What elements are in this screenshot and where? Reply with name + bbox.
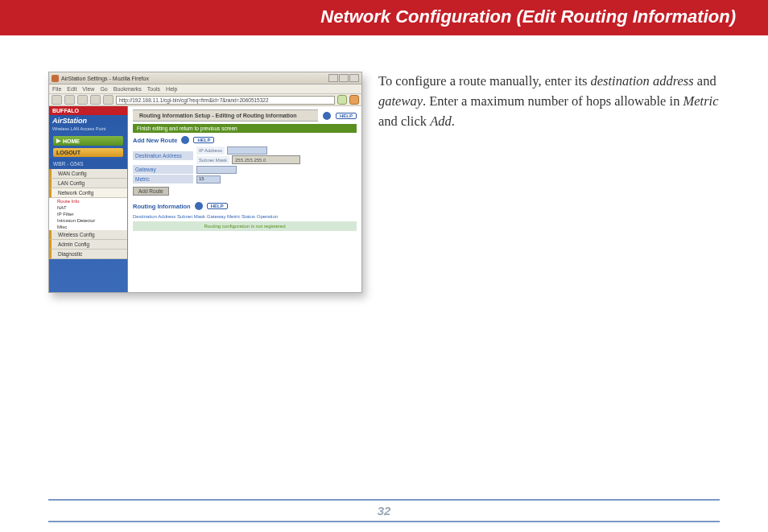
model-label: WBR - G54S (49, 159, 127, 169)
menu-help[interactable]: Help (166, 86, 177, 92)
browser-body: BUFFALO AirStation Wireless LAN Access P… (49, 106, 361, 292)
nav-ipfilter[interactable]: IP Filter (49, 211, 127, 217)
help-icon (195, 202, 203, 210)
nav-network[interactable]: Network Config (49, 188, 127, 198)
minimize-button[interactable] (328, 74, 338, 82)
text: and (694, 73, 716, 89)
em-dest: destination address (591, 73, 694, 89)
breadcrumb-row: Routing Information Setup - Editing of R… (133, 109, 357, 122)
text: and click (378, 113, 430, 129)
logout-link[interactable]: LOGOUT (53, 148, 123, 157)
logout-label: LOGOUT (56, 150, 81, 155)
window-titlebar: AirStation Settings - Mozilla Firefox (49, 72, 361, 85)
maximize-button[interactable] (339, 74, 349, 82)
go-button[interactable] (337, 95, 347, 105)
nav-wireless[interactable]: Wireless Config (49, 230, 127, 240)
menu-file[interactable]: File (52, 86, 61, 92)
nav-group: WAN Config LAN Config Network Config Rou… (49, 169, 127, 259)
menu-go[interactable]: Go (100, 86, 107, 92)
nav-misc[interactable]: Misc (49, 224, 127, 230)
nav-diag[interactable]: Diagnostic (49, 250, 127, 259)
em-add: Add (430, 113, 452, 129)
text: . (452, 113, 455, 129)
section-label: Routing Information (133, 203, 191, 210)
menu-view[interactable]: View (82, 86, 94, 92)
menu-tools[interactable]: Tools (147, 86, 160, 92)
instruction-text: To configure a route manually, enter its… (378, 72, 720, 293)
menu-edit[interactable]: Edit (67, 86, 76, 92)
brand-label: BUFFALO (49, 106, 127, 115)
window-controls (328, 74, 359, 82)
home-label: HOME (63, 138, 80, 144)
help-icon (181, 136, 189, 144)
help-button[interactable]: HELP (336, 113, 357, 119)
page-footer: 32 (48, 499, 720, 522)
em-gateway: gateway (378, 93, 423, 109)
url-input[interactable]: http://192.168.11.1/cgi-bin/cgi?req=frm&… (116, 96, 335, 105)
stop-button[interactable] (90, 95, 101, 105)
address-bar: http://192.168.11.1/cgi-bin/cgi?req=frm&… (49, 94, 361, 106)
label-ip: IP Address (196, 146, 225, 155)
section-label: Add New Route (133, 137, 177, 144)
label-dest: Destination Address (133, 151, 193, 160)
page-title: Network Configuration (Edit Routing Info… (320, 6, 736, 27)
close-button[interactable] (349, 74, 359, 82)
routing-table-empty: Routing configuration is not registered (133, 221, 357, 231)
section-add-new-route: Add New Route HELP (133, 136, 357, 144)
sidebar: BUFFALO AirStation Wireless LAN Access P… (49, 106, 128, 292)
section-routing-info: Routing Information HELP (133, 202, 357, 210)
forward-button[interactable] (64, 95, 75, 105)
subnet-select[interactable]: 255.255.255.0 (232, 155, 300, 164)
content-area: AirStation Settings - Mozilla Firefox Fi… (0, 35, 768, 293)
nav-wan[interactable]: WAN Config (49, 169, 127, 179)
help-icon (323, 112, 331, 120)
product-name: AirStation (49, 115, 127, 126)
label-gateway: Gateway (133, 165, 193, 174)
app-icon (52, 75, 59, 82)
text: To configure a route manually, enter its (378, 73, 591, 89)
routing-table-header: Destination Address Subnet Mask Gateway … (133, 212, 357, 221)
panel-title: Routing Information Setup - Editing of R… (133, 109, 318, 122)
label-metric: Metric (133, 175, 193, 184)
nav-route[interactable]: Route Info (49, 198, 127, 204)
menu-bar: File Edit View Go Bookmarks Tools Help (49, 85, 361, 94)
home-link[interactable]: ▶ HOME (53, 136, 123, 146)
page-number: 32 (378, 504, 391, 518)
nav-admin[interactable]: Admin Config (49, 240, 127, 250)
product-subtitle: Wireless LAN Access Point (49, 126, 127, 134)
text: . Enter a maximum number of hops allowab… (423, 93, 683, 109)
nav-nat[interactable]: NAT (49, 204, 127, 211)
main-panel: Routing Information Setup - Editing of R… (128, 106, 361, 292)
reload-button[interactable] (77, 95, 88, 105)
row-destination: Destination Address IP Address Subnet Ma… (133, 146, 357, 164)
help-button[interactable]: HELP (207, 203, 228, 209)
menu-bookmarks[interactable]: Bookmarks (114, 86, 142, 92)
metric-input[interactable]: 15 (196, 175, 221, 184)
em-metric: Metric (683, 93, 719, 109)
finish-button[interactable]: Finish editing and return to previous sc… (133, 124, 357, 133)
back-button[interactable] (52, 95, 62, 105)
gateway-input[interactable] (196, 166, 237, 174)
home-button[interactable] (103, 95, 114, 105)
feed-button[interactable] (349, 95, 359, 105)
embedded-screenshot: AirStation Settings - Mozilla Firefox Fi… (48, 72, 362, 293)
add-route-button[interactable]: Add Route (133, 187, 169, 196)
nav-ids[interactable]: Intrusion Detector (49, 217, 127, 224)
ip-input[interactable] (227, 146, 267, 155)
window-title: AirStation Settings - Mozilla Firefox (61, 76, 149, 81)
row-metric: Metric 15 (133, 175, 357, 184)
nav-lan[interactable]: LAN Config (49, 179, 127, 188)
row-gateway: Gateway (133, 165, 357, 174)
label-subnet: Subnet Mask (196, 156, 229, 164)
page-header: Network Configuration (Edit Routing Info… (0, 0, 768, 35)
help-button[interactable]: HELP (193, 137, 214, 143)
